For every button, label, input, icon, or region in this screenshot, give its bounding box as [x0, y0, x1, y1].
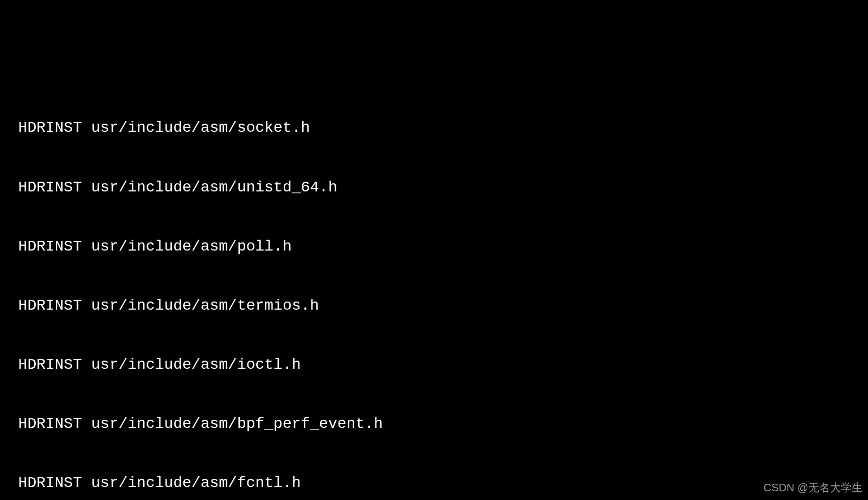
- output-line: HDRINST usr/include/asm/termios.h: [0, 296, 868, 316]
- output-line: HDRINST usr/include/asm/fcntl.h: [0, 473, 868, 493]
- output-line: HDRINST usr/include/asm/bpf_perf_event.h: [0, 414, 868, 434]
- terminal-output[interactable]: HDRINST usr/include/asm/socket.h HDRINST…: [0, 79, 868, 500]
- output-line: HDRINST usr/include/asm/socket.h: [0, 118, 868, 138]
- output-line: HDRINST usr/include/asm/ioctl.h: [0, 355, 868, 375]
- watermark-text: CSDN @无名大学生: [763, 480, 863, 495]
- output-line: HDRINST usr/include/asm/poll.h: [0, 237, 868, 257]
- output-line: HDRINST usr/include/asm/unistd_64.h: [0, 178, 868, 197]
